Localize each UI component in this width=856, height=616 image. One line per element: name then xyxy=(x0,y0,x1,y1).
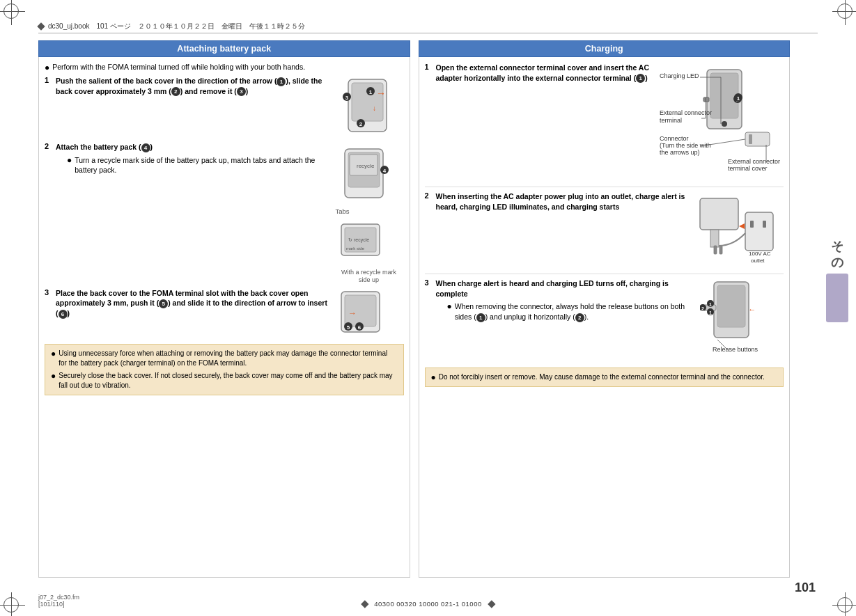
step2-sub-text: Turn a recycle mark side of the battery … xyxy=(75,155,329,175)
circle-4a: 4 xyxy=(141,143,150,152)
reg-circle-bl xyxy=(3,597,19,613)
svg-text:1: 1 xyxy=(709,310,712,315)
svg-rect-28 xyxy=(710,73,738,118)
svg-text:recycle: recycle xyxy=(357,163,375,169)
svg-text:3: 3 xyxy=(345,95,348,101)
svg-text:→: → xyxy=(348,308,357,318)
circle-r1b: 1 xyxy=(476,313,485,322)
footer-line1: j07_2_dc30.fm xyxy=(38,594,79,601)
svg-text:4: 4 xyxy=(382,168,386,174)
intro-bullet: ● xyxy=(45,63,49,72)
svg-text:6: 6 xyxy=(357,324,361,331)
step1: 1 Push the salient of the back cover in … xyxy=(45,76,330,96)
left-intro: ● Perform with the FOMA terminal turned … xyxy=(45,63,404,72)
svg-text:Charging LED: Charging LED xyxy=(660,72,699,79)
note2-bullet: ● xyxy=(51,372,56,380)
svg-text:mark side: mark side xyxy=(346,246,365,251)
note1-text: Using unnecessary force when attaching o… xyxy=(59,349,397,368)
svg-text:1: 1 xyxy=(709,302,712,307)
circle-2a: 2 xyxy=(171,87,180,96)
step1-content: 1 Push the salient of the back cover in … xyxy=(45,76,330,102)
step1-text: Push the salient of the back cover in th… xyxy=(56,76,330,96)
svg-rect-52 xyxy=(710,230,719,247)
svg-marker-60 xyxy=(739,223,745,229)
svg-text:↻ recycle: ↻ recycle xyxy=(348,237,369,243)
svg-text:terminal: terminal xyxy=(660,117,682,124)
circle-1a: 1 xyxy=(277,77,286,86)
svg-rect-51 xyxy=(700,198,738,230)
svg-text:2: 2 xyxy=(359,121,362,127)
svg-text:External connector: External connector xyxy=(660,109,712,116)
right-note-text: Do not forcibly insert or remove. May ca… xyxy=(439,372,765,382)
svg-text:→: → xyxy=(748,306,756,315)
charge-step2-row: 2 When inserting the AC adapter power pl… xyxy=(425,187,784,268)
header-text: dc30_uj.book 101 ページ ２０１０年１０月２２日 金曜日 午後１… xyxy=(48,22,305,31)
svg-rect-54 xyxy=(719,246,722,254)
right-note: ● Do not forcibly insert or remove. May … xyxy=(431,372,778,382)
left-notes-box: ● Using unnecessary force when attaching… xyxy=(45,344,404,395)
step2-text-area: Attach the battery pack (4) ● Turn a rec… xyxy=(56,142,330,175)
charge-step1-row: 1 Open the external connector terminal c… xyxy=(425,63,784,181)
step2: 2 Attach the battery pack (4) ● Turn a r… xyxy=(45,142,330,175)
recycle-diagram: ↻ recycle mark side With a recycle marks… xyxy=(338,221,400,284)
step2-num: 2 xyxy=(45,142,53,150)
left-section-title: Attaching battery pack xyxy=(38,40,410,57)
charge-step1-content: 1 Open the external connector terminal c… xyxy=(425,63,653,88)
side-tab-text: その他 xyxy=(829,232,846,269)
header-diamond xyxy=(37,22,45,30)
step2-diagram: recycle 4 Tabs xyxy=(334,142,404,215)
charge-step2-content: 2 When inserting the AC adapter power pl… xyxy=(425,191,688,217)
charge-step3-text-area: When charge alert is heard and charging … xyxy=(436,278,695,322)
svg-text:the arrows up): the arrows up) xyxy=(660,149,700,156)
left-column: Attaching battery pack ● Perform with th… xyxy=(38,40,410,578)
charge-sub-bullet: ● xyxy=(447,302,452,310)
tabs-label: Tabs xyxy=(336,207,404,215)
svg-text:1: 1 xyxy=(737,95,740,102)
circle-r1: 1 xyxy=(636,74,645,83)
charge-step3-num: 3 xyxy=(425,278,433,287)
svg-rect-56 xyxy=(750,221,754,228)
intro-text: Perform with the FOMA terminal turned of… xyxy=(52,63,305,71)
svg-text:terminal cover: terminal cover xyxy=(728,165,768,172)
step3-diagram: → 5 6 xyxy=(334,288,404,338)
charge-step1-text: Open the external connector terminal cov… xyxy=(436,63,653,83)
circle-6a: 6 xyxy=(59,310,68,319)
left-section-content: ● Perform with the FOMA terminal turned … xyxy=(38,57,410,578)
note1: ● Using unnecessary force when attaching… xyxy=(51,349,398,368)
footer-diamond-left xyxy=(361,600,368,608)
svg-rect-30 xyxy=(703,97,709,102)
circle-r2: 2 xyxy=(575,313,584,322)
svg-rect-57 xyxy=(763,221,766,228)
charge-step3-row: 3 When charge alert is heard and chargin… xyxy=(425,274,784,362)
footer-barcode-text: 40300 00320 10000 021-1 01000 xyxy=(374,600,481,608)
step3-text: Place the back cover to the FOMA termina… xyxy=(56,288,330,319)
step2-text: Attach the battery pack (4) xyxy=(56,143,153,151)
step3-num: 3 xyxy=(45,288,53,297)
circle-5a: 5 xyxy=(159,299,168,308)
right-column: Charging 1 Open the external connector t… xyxy=(419,40,791,578)
reg-circle-br xyxy=(837,597,853,613)
footer-center: 40300 00320 10000 021-1 01000 xyxy=(361,600,494,608)
svg-text:outlet: outlet xyxy=(751,258,765,264)
note2: ● Securely close the back cover. If not … xyxy=(51,371,398,390)
svg-text:External connector: External connector xyxy=(728,158,780,165)
side-tab-box xyxy=(826,274,848,322)
charge-step1: 1 Open the external connector terminal c… xyxy=(425,63,653,83)
reg-circle-tl xyxy=(3,3,19,19)
svg-text:100V AC: 100V AC xyxy=(749,251,771,257)
charge-step3-diagram: 1 1 2 → Release buttons xyxy=(700,278,784,362)
charge-step1-num: 1 xyxy=(425,63,433,71)
charge-step1-diagram: 1 Charging LED External connector termin… xyxy=(658,63,784,181)
step1-diagram: → ↓ 1 2 3 xyxy=(334,76,404,136)
header-bar: dc30_uj.book 101 ページ ２０１０年１０月２２日 金曜日 午後１… xyxy=(38,21,818,33)
footer-line2: [101/110] xyxy=(38,601,79,608)
page: dc30_uj.book 101 ページ ２０１０年１０月２２日 金曜日 午後１… xyxy=(0,0,856,616)
charge-step3-text: When charge alert is heard and charging … xyxy=(436,279,669,298)
svg-text:Release buttons: Release buttons xyxy=(713,346,758,353)
svg-text:5: 5 xyxy=(346,324,350,331)
right-section-content: 1 Open the external connector terminal c… xyxy=(419,57,791,578)
recycle-diagram-area: ↻ recycle mark side With a recycle marks… xyxy=(45,221,400,284)
svg-rect-43 xyxy=(749,134,752,144)
svg-text:Connector: Connector xyxy=(660,135,689,142)
step3-content: 3 Place the back cover to the FOMA termi… xyxy=(45,288,330,324)
